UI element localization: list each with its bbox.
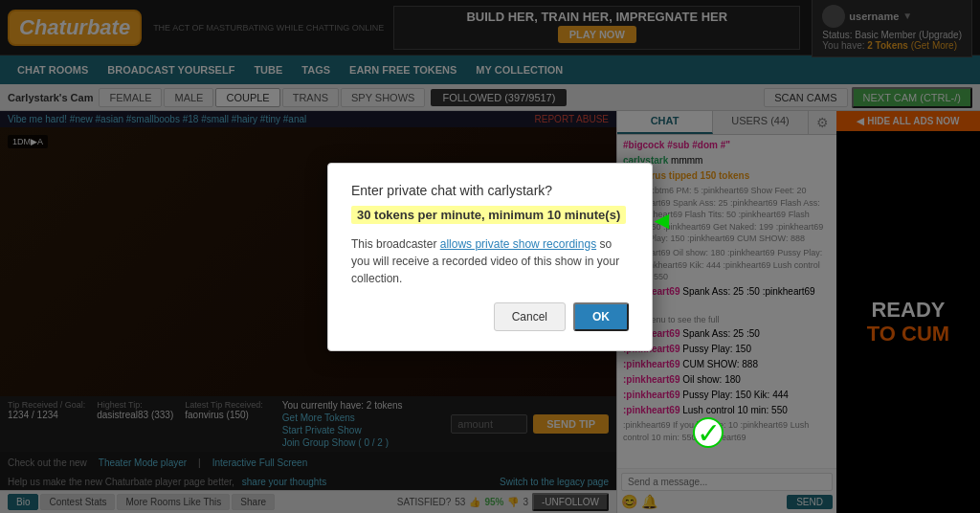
green-checkmark-icon: ✓ [693, 417, 724, 448]
cancel-button[interactable]: Cancel [494, 302, 566, 331]
modal-highlight: 30 tokens per minute, minimum 10 minute(… [351, 206, 626, 224]
private-chat-modal: Enter private chat with carlystark? 30 t… [327, 163, 653, 351]
green-arrow-icon: ◄ [650, 206, 675, 235]
modal-overlay: Enter private chat with carlystark? 30 t… [0, 0, 980, 513]
ok-button[interactable]: OK [573, 302, 629, 331]
private-show-recordings-link[interactable]: allows private show recordings [440, 237, 596, 251]
modal-body: This broadcaster allows private show rec… [351, 235, 629, 287]
modal-title: Enter private chat with carlystark? [351, 183, 629, 198]
modal-buttons: Cancel OK [351, 302, 629, 331]
